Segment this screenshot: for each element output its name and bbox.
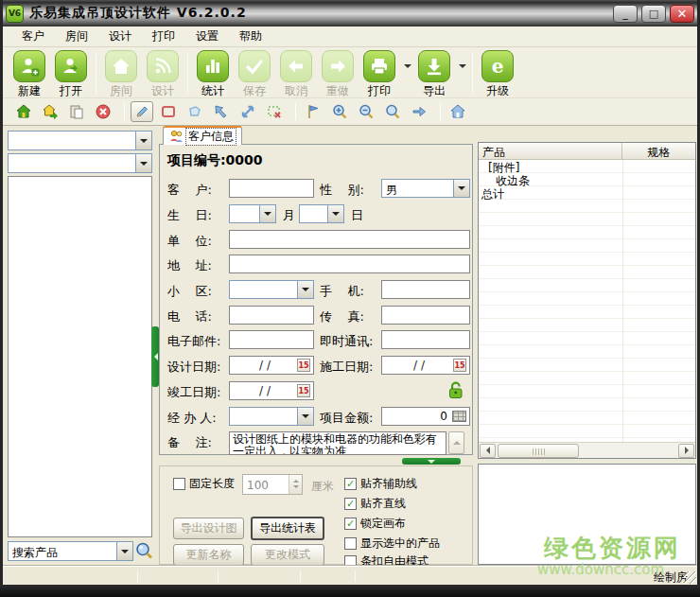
forward-arrow-icon[interactable] — [408, 101, 430, 122]
remark-scroll-up-icon[interactable] — [448, 431, 464, 454]
product-listbox[interactable] — [8, 176, 152, 537]
left-combo-2[interactable] — [8, 153, 152, 173]
table-row[interactable]: [附件] — [488, 161, 630, 174]
menu-settings[interactable]: 设置 — [186, 26, 228, 46]
table-row[interactable]: 总计 — [481, 187, 623, 201]
lock-icon[interactable] — [446, 380, 464, 400]
calculator-icon[interactable] — [452, 411, 466, 422]
export-button[interactable]: 导出 — [415, 50, 453, 99]
home-green-icon[interactable] — [12, 101, 35, 122]
remark-textarea[interactable]: 设计图纸上的模块和电器的功能和色彩有一定出入，以实物为准 — [229, 431, 446, 455]
product-table-header[interactable]: 产品 规格 — [479, 143, 695, 160]
amount-input[interactable]: 0 — [381, 407, 470, 426]
birth-day-combo[interactable] — [299, 204, 344, 223]
home-export-icon[interactable] — [39, 101, 61, 122]
zoom-out-icon[interactable] — [355, 101, 377, 122]
mobile-input[interactable] — [381, 280, 470, 299]
table-row[interactable]: 收边条 — [496, 174, 638, 187]
export-design-button[interactable]: 导出设计图 — [173, 518, 244, 539]
redo-button[interactable]: 重做 — [319, 50, 357, 99]
checkbox-icon[interactable] — [344, 518, 357, 530]
lock-canvas-checkbox[interactable]: 锁定画布 — [344, 516, 406, 532]
rect-draw-icon[interactable] — [157, 101, 180, 122]
print-dropdown-arrow-icon[interactable] — [402, 50, 413, 82]
update-name-button[interactable]: 更新名称 — [173, 544, 244, 566]
title-bar[interactable]: V6 乐易集成吊顶设计软件 V6.2.0.2 _ □ ✕ — [0, 0, 700, 26]
menu-customer[interactable]: 客户 — [12, 26, 54, 46]
zoom-icon[interactable] — [381, 101, 404, 122]
menu-print[interactable]: 打印 — [143, 26, 184, 46]
scrollbar-thumb[interactable] — [498, 444, 579, 458]
snap-guides-checkbox[interactable]: 贴齐辅助线 — [344, 476, 417, 492]
maximize-button[interactable]: □ — [641, 5, 666, 23]
design-button[interactable]: 设计 — [144, 50, 182, 99]
fixed-length-checkbox[interactable]: 固定长度 — [173, 476, 235, 492]
export-stats-button[interactable]: 导出统计表 — [251, 517, 324, 540]
product-table-body[interactable]: [附件] 收边条 总计 — [479, 160, 695, 443]
deselect-icon[interactable] — [263, 101, 286, 122]
delete-icon[interactable] — [92, 101, 114, 122]
home-blue-icon[interactable] — [446, 101, 469, 122]
zoom-in-icon[interactable] — [328, 101, 351, 122]
open-button[interactable]: 打开 — [52, 50, 90, 99]
new-button[interactable]: 新建 — [10, 50, 48, 99]
statistics-button[interactable]: 统计 — [194, 50, 232, 99]
room-button[interactable]: 房间 — [102, 50, 140, 99]
checkbox-icon[interactable] — [344, 478, 357, 490]
design-date-input[interactable]: / / 15 — [229, 356, 314, 375]
customer-input[interactable] — [229, 179, 314, 198]
checkbox-icon[interactable] — [173, 478, 185, 490]
minimize-button[interactable]: _ — [613, 5, 638, 23]
chevron-down-icon[interactable] — [297, 281, 313, 298]
horizontal-scrollbar[interactable] — [479, 442, 695, 458]
print-button[interactable]: 打印 — [360, 50, 398, 99]
left-combo-1[interactable] — [8, 131, 152, 150]
email-input[interactable] — [229, 330, 314, 349]
calendar-icon[interactable]: 15 — [297, 384, 310, 397]
im-input[interactable] — [381, 330, 470, 349]
flag-icon[interactable] — [302, 101, 324, 122]
handler-combo[interactable] — [229, 407, 314, 426]
chevron-down-icon[interactable] — [135, 132, 151, 149]
address-input[interactable] — [229, 255, 470, 273]
phone-input[interactable] — [229, 306, 314, 325]
close-button[interactable]: ✕ — [670, 5, 694, 23]
snap-lines-checkbox[interactable]: 贴齐直线 — [344, 496, 406, 512]
scroll-right-icon[interactable] — [678, 444, 694, 458]
select-arrow-icon[interactable] — [210, 101, 233, 122]
menu-design[interactable]: 设计 — [99, 26, 141, 46]
show-selected-checkbox[interactable]: 显示选中的产品 — [344, 536, 440, 552]
checkbox-icon[interactable] — [344, 498, 357, 510]
polygon-draw-icon[interactable] — [184, 101, 206, 122]
chevron-down-icon[interactable] — [297, 408, 313, 425]
paste-icon[interactable] — [65, 101, 88, 122]
menu-room[interactable]: 房间 — [56, 26, 97, 46]
change-mode-button[interactable]: 更改模式 — [251, 544, 324, 566]
construct-date-input[interactable]: / / 15 — [381, 356, 470, 375]
birth-month-combo[interactable] — [229, 204, 276, 223]
chevron-down-icon[interactable] — [116, 542, 132, 560]
scroll-left-icon[interactable] — [480, 444, 496, 458]
company-input[interactable] — [229, 230, 470, 249]
export-dropdown-arrow-icon[interactable] — [457, 50, 468, 82]
checkbox-icon[interactable] — [344, 537, 357, 550]
gender-combo[interactable]: 男 — [381, 179, 470, 198]
menu-help[interactable]: 帮助 — [230, 26, 271, 46]
chevron-down-icon[interactable] — [259, 205, 275, 222]
tab-customer-info[interactable]: 客户信息 — [163, 126, 242, 145]
finish-date-input[interactable]: / / 15 — [229, 381, 314, 400]
resize-grip[interactable] — [684, 571, 696, 584]
chevron-down-icon[interactable] — [453, 180, 469, 197]
column-spec[interactable]: 规格 — [622, 143, 695, 159]
spinner-arrows-icon[interactable] — [289, 475, 302, 494]
left-panel-collapse-handle[interactable] — [151, 326, 159, 387]
pencil-draw-icon[interactable] — [131, 101, 153, 122]
calendar-icon[interactable]: 15 — [453, 359, 466, 372]
form-collapse-handle[interactable] — [402, 458, 461, 465]
fax-input[interactable] — [381, 306, 470, 325]
calendar-icon[interactable]: 15 — [297, 359, 310, 372]
district-combo[interactable] — [229, 280, 314, 299]
resize-arrow-icon[interactable] — [236, 101, 259, 122]
save-button[interactable]: 保存 — [236, 50, 273, 99]
chevron-down-icon[interactable] — [327, 205, 343, 222]
